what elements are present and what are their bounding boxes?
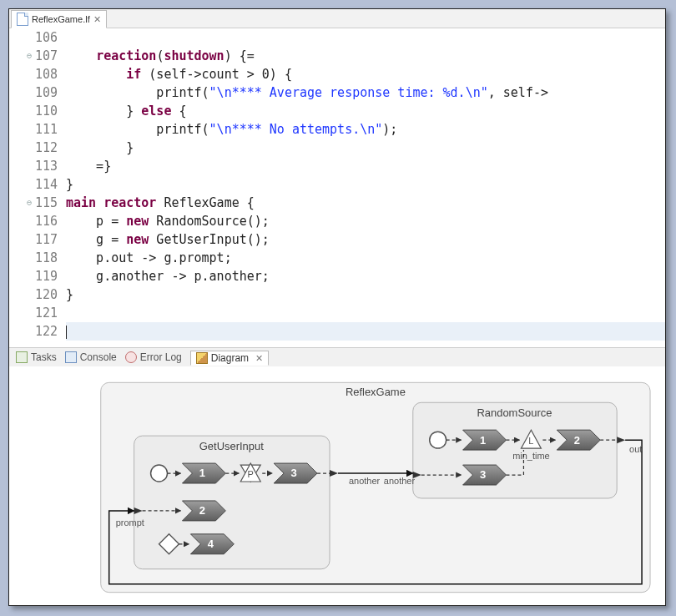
diagram-view[interactable]: ReflexGame GetUserInput 1 P 3 (9, 366, 665, 605)
diagram-svg: ReflexGame GetUserInput 1 P 3 (9, 366, 665, 605)
diagram-title: ReflexGame (346, 386, 406, 398)
reactor-randomsource: RandomSource 1 L min_time 2 3 (413, 402, 617, 498)
line-number-gutter: 106⊖107108109110111112113114⊖11511611711… (9, 28, 63, 347)
tab-diagram-label: Diagram (211, 352, 249, 364)
svg-text:L: L (528, 436, 533, 446)
svg-text:3: 3 (480, 468, 486, 481)
svg-text:out: out (629, 444, 642, 454)
svg-text:2: 2 (574, 434, 580, 447)
tab-tasks[interactable]: Tasks (16, 351, 57, 363)
action-name: min_time (512, 451, 549, 461)
svg-text:another: another (349, 476, 381, 486)
ide-window: ReflexGame.lf ✕ 106⊖10710810911011111211… (8, 8, 666, 606)
diagram-icon (196, 352, 208, 364)
error-icon (125, 351, 137, 363)
svg-text:another: another (384, 476, 416, 486)
startup-icon (430, 432, 446, 448)
tab-diagram[interactable]: Diagram ✕ (190, 351, 269, 366)
close-icon[interactable]: ✕ (255, 353, 263, 364)
getuserinput-title: GetUserInput (199, 440, 264, 452)
reactor-getuserinput: GetUserInput 1 P 3 2 (134, 436, 330, 569)
svg-text:prompt: prompt (116, 518, 144, 528)
editor-tabbar: ReflexGame.lf ✕ (9, 9, 665, 28)
tab-tasks-label: Tasks (31, 351, 57, 363)
svg-text:P: P (248, 469, 254, 479)
tab-console[interactable]: Console (65, 351, 117, 363)
editor-tab-reflexgame[interactable]: ReflexGame.lf ✕ (11, 10, 107, 28)
editor-tab-label: ReflexGame.lf (32, 14, 90, 24)
svg-text:2: 2 (199, 504, 205, 517)
tab-console-label: Console (80, 351, 117, 363)
svg-text:1: 1 (480, 434, 486, 447)
bottom-view-tabs: Tasks Console Error Log Diagram ✕ (9, 347, 665, 366)
code-editor[interactable]: 106⊖107108109110111112113114⊖11511611711… (9, 28, 665, 347)
startup-icon (151, 465, 168, 482)
tasks-icon (16, 351, 28, 363)
console-icon (65, 351, 77, 363)
svg-text:4: 4 (208, 538, 214, 550)
close-icon[interactable]: ✕ (93, 14, 101, 25)
randomsource-title: RandomSource (477, 406, 552, 419)
svg-text:1: 1 (199, 467, 205, 479)
tab-error-log[interactable]: Error Log (125, 351, 182, 363)
file-icon (17, 13, 28, 26)
tab-error-label: Error Log (140, 351, 182, 363)
code-area[interactable]: reaction(shutdown) {= if (self->count > … (63, 28, 665, 347)
svg-text:3: 3 (291, 467, 297, 479)
